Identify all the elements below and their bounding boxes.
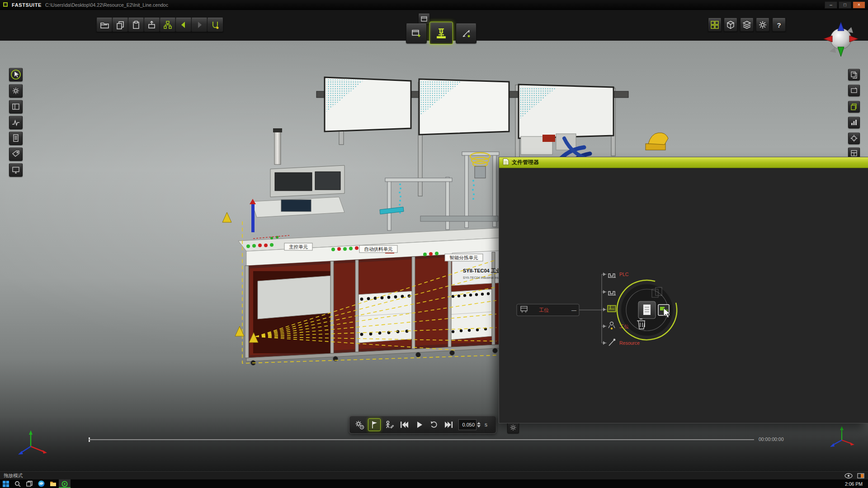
help-button[interactable]: ? [772, 18, 786, 32]
loop-button[interactable] [428, 418, 440, 431]
workcell-tool-button[interactable] [429, 22, 453, 44]
file-manager-canvas: 工位 — PLC [499, 157, 868, 424]
capture-tool-button[interactable] [848, 84, 860, 96]
simulation-playback-bar: 0.050 s [349, 416, 496, 434]
svg-text:—: — [571, 307, 576, 313]
snapshot-tool-button[interactable] [848, 69, 860, 80]
tree-expanders[interactable] [603, 272, 606, 345]
panels-tool-button[interactable] [9, 100, 23, 113]
orientation-sphere[interactable] [821, 18, 861, 61]
layers-button[interactable] [740, 18, 754, 32]
hierarchy-button[interactable] [160, 18, 176, 32]
time-step-value[interactable]: 0.050 [458, 419, 476, 430]
layout-indicator-icon[interactable] [857, 473, 864, 479]
taskbar-file-explorer-icon[interactable] [47, 479, 59, 488]
viewport-layout-button[interactable] [708, 18, 722, 32]
world-axes-indicator [17, 428, 52, 456]
windows-taskbar: 2:06 PM [0, 479, 868, 488]
simulation-time-settings-button[interactable] [353, 418, 366, 431]
preferences-tool-button[interactable] [9, 84, 23, 98]
radial-document-button[interactable] [638, 301, 656, 319]
visibility-icon[interactable] [844, 473, 853, 479]
source-node[interactable]: 工位 — [517, 304, 579, 316]
svg-text:Resource: Resource [619, 340, 640, 346]
forward-button[interactable] [191, 18, 208, 32]
task-view-icon[interactable] [24, 479, 35, 488]
time-step-unit: s [485, 422, 487, 428]
clipboard-button[interactable] [128, 18, 144, 32]
caliper-tool-button[interactable] [456, 23, 476, 43]
file-manager-panel: 工位 — PLC [499, 157, 868, 423]
timeline-scrubber[interactable]: 00:00:00:00 [89, 436, 767, 443]
copy-view-tool-button[interactable] [848, 101, 860, 113]
document-path: C:\Users\da\Desktop\04.22\Resource_E2\In… [45, 2, 168, 8]
export-button[interactable] [144, 18, 160, 32]
play-button[interactable] [413, 418, 425, 431]
timeline-track[interactable] [89, 439, 754, 440]
settings-button[interactable] [756, 18, 769, 32]
maximize-button[interactable]: □ [839, 1, 851, 9]
taskbar-clock[interactable]: 2:06 PM [840, 481, 868, 487]
minimize-button[interactable]: – [825, 1, 837, 9]
tree-node-device[interactable] [608, 291, 616, 295]
tag-tool-button[interactable] [9, 147, 23, 161]
chart-tool-button[interactable] [848, 117, 860, 128]
fastsuite-window: FASTSUITE C:\Users\da\Desktop\04.22\Reso… [0, 0, 868, 488]
simulation-start-flag-button[interactable] [368, 418, 381, 431]
document-tool-button[interactable] [9, 131, 23, 145]
app-title: FASTSUITE [12, 2, 42, 8]
view-axes-indicator [828, 424, 857, 449]
app-logo-icon [3, 1, 8, 9]
tree-node-resource[interactable]: Resource [609, 339, 640, 346]
skip-to-start-button[interactable] [398, 418, 410, 431]
simulate-operator-button[interactable] [383, 418, 396, 431]
svg-text:工位: 工位 [539, 307, 549, 313]
tree-connectors [579, 274, 607, 343]
file-manager-icon [503, 158, 509, 167]
new-window-tool-button[interactable] [406, 23, 427, 43]
titlebar: FASTSUITE C:\Users\da\Desktop\04.22\Reso… [0, 0, 868, 10]
taskbar-edge-icon[interactable] [35, 479, 47, 488]
target-tool-button[interactable] [848, 132, 860, 144]
time-step-stepper[interactable]: 0.050 [458, 419, 481, 430]
signal-tool-button[interactable] [9, 116, 23, 129]
view-cube-button[interactable] [724, 18, 737, 32]
display-tool-button[interactable] [9, 163, 23, 177]
taskbar-search-icon[interactable] [12, 479, 24, 488]
measure-tool-button[interactable] [207, 18, 223, 32]
taskbar-fastsuite-icon[interactable] [59, 479, 71, 488]
start-button[interactable] [0, 479, 12, 488]
time-step-arrows[interactable] [477, 422, 481, 427]
tree-node-machine-active[interactable] [608, 305, 616, 312]
timeline-timecode: 00:00:00:00 [759, 436, 783, 442]
interaction-mode-label: 拖放模式 [4, 473, 23, 479]
window-controls: – □ × [825, 1, 865, 9]
mini-window-button[interactable] [418, 14, 430, 24]
file-manager-title: 文件管理器 [512, 159, 539, 166]
select-tool-button[interactable] [9, 68, 23, 81]
skip-to-end-button[interactable] [443, 418, 455, 431]
file-manager-header[interactable]: 文件管理器 [499, 157, 868, 168]
statusbar: 拖放模式 [0, 471, 868, 479]
radial-menu [611, 274, 683, 346]
close-button[interactable]: × [853, 1, 865, 9]
duplicate-button[interactable] [112, 18, 128, 32]
tree-node-plc[interactable]: PLC [608, 272, 629, 277]
open-document-button[interactable] [96, 18, 113, 32]
svg-text:PLC: PLC [619, 272, 629, 277]
back-button[interactable] [175, 18, 192, 32]
